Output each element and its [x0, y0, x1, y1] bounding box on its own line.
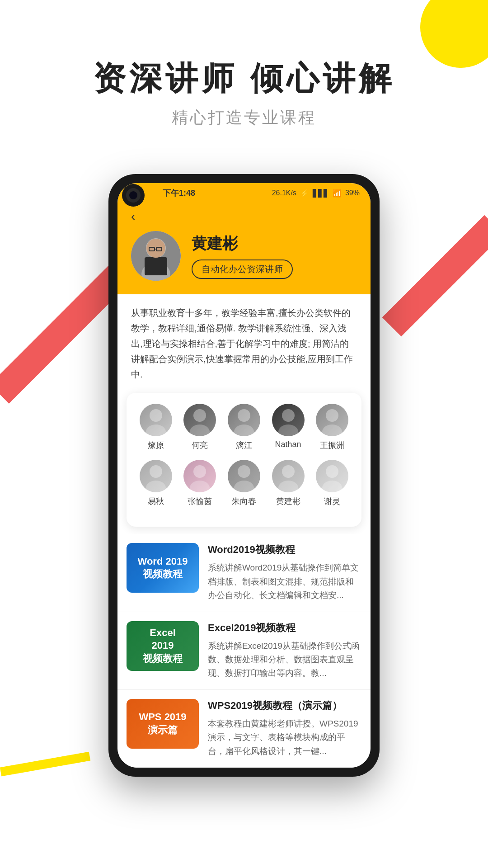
camera-lens	[129, 191, 137, 199]
svg-point-26	[150, 465, 162, 478]
course-description: 本套教程由黄建彬老师讲授。WPS2019演示，与文字、表格等模块构成的平台，扁平…	[208, 717, 361, 758]
header-section: 资深讲师 倾心讲解 精心打造专业课程	[0, 0, 488, 156]
instructor-avatar	[183, 460, 216, 492]
instructor-name: 黄建彬	[276, 496, 300, 507]
avatar-image	[131, 231, 181, 281]
instructor-name: Nathan	[275, 440, 301, 449]
camera-inner	[126, 188, 141, 203]
instructor-item[interactable]: 朱向春	[224, 460, 264, 507]
instructor-item[interactable]: 谢灵	[312, 460, 352, 507]
svg-rect-5	[145, 257, 167, 275]
svg-point-29	[193, 465, 206, 478]
svg-point-32	[238, 465, 250, 478]
instructor-item[interactable]: Nathan	[268, 404, 309, 451]
phone-mockup: 下午1:48 26.1K/s ⚡ ▋▋▋ 📶 39% ‹	[108, 174, 380, 777]
course-info: Word2019视频教程系统讲解Word2019从基础操作到简单文档排版、制表和…	[208, 543, 361, 602]
instructor-avatar	[272, 404, 305, 436]
instructor-name: 易秋	[148, 496, 164, 507]
course-list: Word 2019 视频教程Word2019视频教程系统讲解Word2019从基…	[117, 534, 371, 768]
instructor-avatar	[316, 460, 348, 492]
course-thumbnail: Word 2019 视频教程	[127, 543, 199, 593]
instructor-item[interactable]: 何亮	[179, 404, 220, 451]
course-item[interactable]: Excel 2019 视频教程Excel2019视频教程系统讲解Excel201…	[117, 612, 371, 690]
instructors-card: 燎原 何亮 漓江 Nathan 王振洲 易秋	[127, 393, 361, 527]
instructor-item[interactable]: 王振洲	[312, 404, 352, 451]
thumb-label: Word 2019 视频教程	[134, 552, 192, 585]
thumb-label: Excel 2019 视频教程	[139, 623, 186, 669]
status-time: 下午1:48	[163, 188, 195, 198]
instructor-name: 谢灵	[324, 496, 340, 507]
thumb-label: WPS 2019 演示篇	[135, 707, 190, 740]
bluetooth-icon: ⚡	[300, 189, 309, 198]
network-speed: 26.1K/s	[272, 189, 296, 197]
phone-container: 下午1:48 26.1K/s ⚡ ▋▋▋ 📶 39% ‹	[108, 174, 380, 777]
instructor-item[interactable]: 燎原	[136, 404, 176, 451]
battery: 39%	[345, 189, 360, 197]
svg-point-23	[326, 409, 338, 422]
instructor-name: 朱向春	[232, 496, 256, 507]
course-info: WPS2019视频教程（演示篇）本套教程由黄建彬老师讲授。WPS2019演示，与…	[208, 699, 361, 758]
description-section: 从事职业教育十多年，教学经验丰富,擅长办公类软件的教学，教程详细,通俗易懂. 教…	[117, 294, 371, 393]
instructor-avatar	[228, 460, 260, 492]
description-text: 从事职业教育十多年，教学经验丰富,擅长办公类软件的教学，教程详细,通俗易懂. 教…	[131, 308, 353, 379]
svg-point-20	[282, 409, 295, 422]
course-description: 系统讲解Excel2019从基础操作到公式函数、数据处理和分析、数据图表直观呈现…	[208, 639, 361, 680]
profile-info: 黄建彬 自动化办公资深讲师	[131, 231, 357, 281]
course-info: Excel2019视频教程系统讲解Excel2019从基础操作到公式函数、数据处…	[208, 621, 361, 680]
instructors-row-1: 燎原 何亮 漓江 Nathan 王振洲	[134, 404, 354, 451]
instructor-name: 何亮	[192, 440, 208, 451]
instructor-avatar	[316, 404, 348, 436]
profile-section: ‹	[117, 202, 371, 294]
instructor-avatar	[183, 404, 216, 436]
profile-name: 黄建彬	[192, 233, 357, 254]
course-title: WPS2019视频教程（演示篇）	[208, 699, 361, 712]
instructors-row-2: 易秋 张愉茵 朱向春 黄建彬 谢灵	[134, 460, 354, 507]
avatar-svg	[131, 231, 181, 281]
status-right: 26.1K/s ⚡ ▋▋▋ 📶 39%	[272, 189, 360, 198]
back-button[interactable]: ‹	[131, 209, 135, 224]
course-item[interactable]: Word 2019 视频教程Word2019视频教程系统讲解Word2019从基…	[117, 534, 371, 612]
svg-point-11	[150, 409, 162, 422]
instructor-item[interactable]: 黄建彬	[268, 460, 309, 507]
deco-stripe-yellow	[0, 752, 90, 776]
phone-screen: 下午1:48 26.1K/s ⚡ ▋▋▋ 📶 39% ‹	[117, 183, 371, 768]
wifi-icon: 📶	[333, 189, 342, 198]
course-item[interactable]: WPS 2019 演示篇WPS2019视频教程（演示篇）本套教程由黄建彬老师讲授…	[117, 690, 371, 768]
instructor-avatar	[140, 460, 172, 492]
course-title: Word2019视频教程	[208, 543, 361, 557]
course-title: Excel2019视频教程	[208, 621, 361, 635]
main-title: 资深讲师 倾心讲解	[27, 59, 461, 98]
instructor-item[interactable]: 漓江	[224, 404, 264, 451]
svg-point-38	[326, 465, 338, 478]
instructor-name: 王振洲	[320, 440, 344, 451]
instructor-avatar	[228, 404, 260, 436]
instructor-item[interactable]: 张愉茵	[179, 460, 220, 507]
sub-title: 精心打造专业课程	[27, 107, 461, 129]
svg-point-14	[193, 409, 206, 422]
instructor-avatar	[140, 404, 172, 436]
instructor-name: 燎原	[148, 440, 164, 451]
profile-badge: 自动化办公资深讲师	[192, 259, 293, 279]
course-description: 系统讲解Word2019从基础操作到简单文档排版、制表和图文混排、规范排版和办公…	[208, 561, 361, 602]
profile-avatar	[131, 231, 181, 281]
svg-point-35	[282, 465, 295, 478]
status-bar: 下午1:48 26.1K/s ⚡ ▋▋▋ 📶 39%	[117, 183, 371, 202]
profile-details: 黄建彬 自动化办公资深讲师	[192, 233, 357, 279]
deco-stripe-red-1	[382, 215, 488, 337]
svg-point-17	[238, 409, 250, 422]
instructor-avatar	[272, 460, 305, 492]
signal-icon: ▋▋▋	[313, 189, 329, 198]
course-thumbnail: WPS 2019 演示篇	[127, 699, 199, 749]
course-thumbnail: Excel 2019 视频教程	[127, 621, 199, 671]
instructor-item[interactable]: 易秋	[136, 460, 176, 507]
instructor-name: 漓江	[236, 440, 252, 451]
instructor-name: 张愉茵	[188, 496, 212, 507]
